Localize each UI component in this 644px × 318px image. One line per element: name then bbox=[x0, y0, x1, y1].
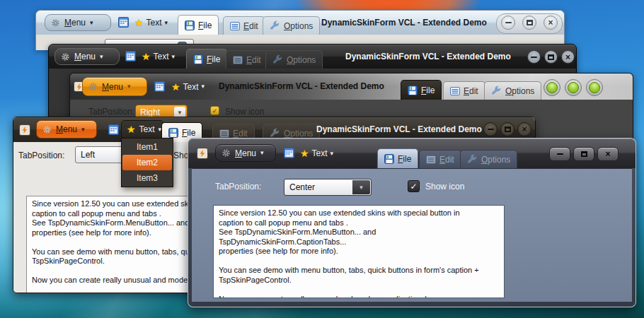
close-icon: × bbox=[548, 18, 553, 27]
menu-button[interactable]: Menu ▾ bbox=[45, 14, 111, 31]
text-menu-button[interactable]: ★ Text ▾ bbox=[142, 45, 175, 69]
star-icon: ★ bbox=[142, 52, 151, 61]
close-button[interactable]: × bbox=[517, 122, 531, 136]
floppy-disk-icon bbox=[168, 128, 178, 138]
calendar-icon[interactable] bbox=[154, 81, 165, 92]
menu-item-item2-selected[interactable]: Item2 bbox=[122, 155, 172, 170]
minimize-button[interactable] bbox=[527, 50, 541, 64]
menu-item-item1[interactable]: Item1 bbox=[122, 139, 172, 155]
close-button[interactable]: × bbox=[561, 50, 575, 64]
minimize-button[interactable] bbox=[483, 122, 498, 136]
menu-button[interactable]: Menu ▾ bbox=[36, 120, 97, 139]
close-icon: × bbox=[605, 150, 610, 158]
combo-arrow-icon[interactable]: ▼ bbox=[352, 180, 370, 194]
list-icon bbox=[426, 155, 436, 165]
tab-edit-label: Edit bbox=[233, 129, 248, 139]
titlebar[interactable]: Menu ▾ ★ Text ▾ File Edit Options Dynami… bbox=[49, 45, 576, 69]
tab-file-label: File bbox=[207, 54, 220, 64]
close-button[interactable]: × bbox=[597, 147, 619, 161]
maximize-button[interactable] bbox=[544, 50, 558, 64]
tab-options[interactable]: Options bbox=[460, 150, 517, 168]
tabposition-label: TabPosition: bbox=[215, 182, 261, 192]
star-icon: ★ bbox=[134, 18, 144, 28]
maximize-button[interactable] bbox=[500, 122, 514, 136]
chevron-down-icon: ▾ bbox=[165, 20, 168, 26]
show-icon-checkbox[interactable]: ✓ bbox=[210, 106, 219, 115]
text-menu-label: Text bbox=[146, 18, 162, 28]
list-icon bbox=[450, 86, 460, 96]
minimize-icon bbox=[488, 129, 494, 130]
tab-edit[interactable]: Edit bbox=[443, 81, 485, 100]
text-menu-button[interactable]: ★ Text ▾ bbox=[300, 139, 333, 168]
tab-options[interactable]: Options bbox=[263, 16, 320, 35]
titlebar[interactable]: Menu ▾ ★ Text ▾ File Edit Options Dynami… bbox=[36, 11, 564, 35]
show-icon-checkbox[interactable]: ✓ bbox=[408, 180, 420, 192]
titlebar[interactable]: Menu ▾ ★ Text ▾ DynamicSkinForm VCL - Ex… bbox=[70, 73, 633, 100]
menu-button[interactable]: Menu ▾ bbox=[82, 77, 147, 96]
tab-options[interactable]: Options bbox=[265, 50, 323, 69]
window-body: TabPosition: Center ▼ ✓ Show icon Since … bbox=[192, 168, 632, 302]
minimize-button[interactable] bbox=[544, 79, 560, 96]
close-button[interactable]: × bbox=[544, 16, 558, 30]
window-title: DynamicSkinForm VCL - Extended Demo bbox=[321, 11, 487, 35]
tab-file[interactable]: File bbox=[178, 15, 219, 35]
app-icon bbox=[19, 124, 30, 136]
titlebar[interactable]: Menu ▾ ★ Text ▾ File Edit Options bbox=[188, 139, 636, 168]
menu-button-label: Menu bbox=[64, 18, 86, 28]
info-memo[interactable]: Since version 12.50 you can use extended… bbox=[213, 205, 505, 298]
floppy-disk-icon bbox=[193, 54, 203, 64]
calendar-icon[interactable] bbox=[108, 124, 119, 135]
star-icon: ★ bbox=[127, 124, 136, 134]
maximize-button[interactable] bbox=[522, 16, 536, 30]
text-menu-button[interactable]: ★ Text ▾ bbox=[171, 73, 205, 100]
tab-file[interactable]: File bbox=[186, 49, 227, 69]
tab-edit[interactable]: Edit bbox=[419, 150, 461, 168]
maximize-icon bbox=[548, 54, 554, 60]
maximize-button[interactable] bbox=[565, 79, 582, 96]
tab-file-label: File bbox=[421, 86, 435, 95]
wrench-icon bbox=[491, 86, 502, 96]
text-menu-button[interactable]: ★ Text ▾ bbox=[134, 11, 168, 35]
menu-button-label: Menu bbox=[235, 148, 256, 158]
show-icon-label: Show icon bbox=[425, 182, 464, 192]
tab-edit[interactable]: Edit bbox=[226, 50, 268, 69]
tab-options[interactable]: Options bbox=[484, 81, 541, 100]
text-menu-button[interactable]: ★ Text ▾ bbox=[121, 120, 163, 139]
green-orb-icon bbox=[568, 82, 579, 93]
minimize-button[interactable] bbox=[501, 16, 515, 30]
window-slate-skin[interactable]: Menu ▾ ★ Text ▾ File Edit Options bbox=[188, 138, 636, 307]
maximize-icon bbox=[505, 126, 511, 132]
calendar-icon[interactable] bbox=[284, 148, 294, 158]
chevron-down-icon: ▾ bbox=[202, 83, 205, 90]
tab-options-label: Options bbox=[287, 55, 316, 65]
tabposition-value: Right bbox=[140, 107, 160, 117]
chevron-down-icon: ▾ bbox=[127, 83, 131, 90]
wrench-icon bbox=[467, 154, 478, 165]
text-dropdown-menu: Item1 Item2 Item3 bbox=[121, 138, 173, 187]
maximize-button[interactable] bbox=[573, 147, 594, 161]
minimize-button[interactable] bbox=[549, 147, 570, 161]
tab-options-label: Options bbox=[284, 129, 313, 139]
tabposition-combobox[interactable]: Center ▼ bbox=[284, 179, 372, 196]
text-menu-label: Text bbox=[139, 124, 155, 134]
tab-edit-label: Edit bbox=[464, 86, 478, 96]
tabposition-value: Left bbox=[81, 150, 95, 160]
minimize-icon bbox=[531, 57, 537, 58]
floppy-disk-icon bbox=[408, 86, 418, 95]
tab-edit[interactable]: Edit bbox=[223, 16, 265, 35]
tab-edit-label: Edit bbox=[439, 155, 454, 165]
green-orb-icon bbox=[589, 82, 600, 93]
tab-file[interactable]: File bbox=[377, 148, 418, 168]
star-icon: ★ bbox=[171, 82, 180, 92]
calendar-icon[interactable] bbox=[118, 17, 129, 28]
app-icon bbox=[197, 148, 208, 159]
menu-item-item3[interactable]: Item3 bbox=[122, 170, 172, 186]
calendar-icon[interactable] bbox=[125, 51, 136, 61]
window-title: DynamicSkinForm VCL - Extended Demo bbox=[345, 45, 511, 69]
menu-button[interactable]: Menu ▾ bbox=[215, 144, 276, 162]
tab-file[interactable]: File bbox=[401, 80, 442, 100]
text-menu-label: Text bbox=[154, 52, 169, 61]
chevron-down-icon: ▾ bbox=[90, 20, 93, 26]
close-button[interactable] bbox=[586, 79, 603, 96]
menu-button[interactable]: Menu ▾ bbox=[54, 48, 120, 65]
